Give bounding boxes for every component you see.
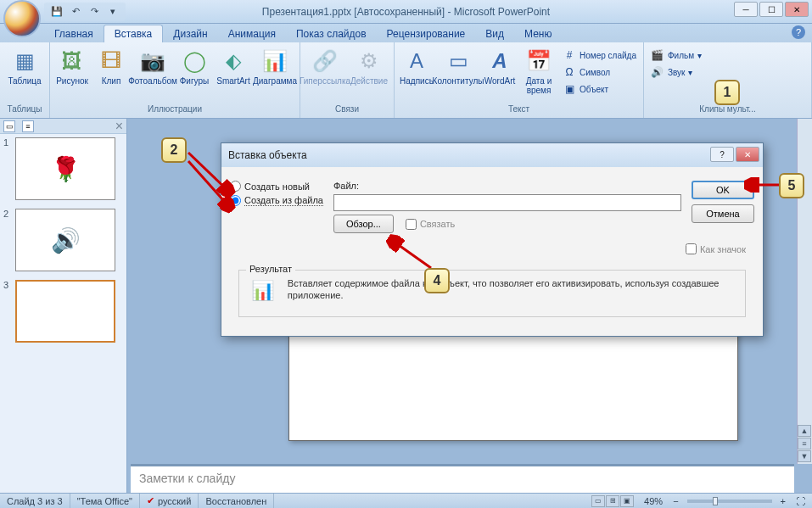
textbox-button[interactable]: AНадпись <box>398 44 435 86</box>
close-button[interactable]: ✕ <box>785 2 809 17</box>
clip-icon: 🎞 <box>98 47 125 75</box>
link-checkbox-input[interactable] <box>406 219 417 230</box>
slideshow-view-button[interactable]: ▣ <box>620 495 634 507</box>
symbol-icon: Ω <box>563 65 576 79</box>
help-icon[interactable]: ? <box>792 25 805 39</box>
action-label: Действие <box>350 76 388 86</box>
smartart-button[interactable]: ⬖SmartArt <box>215 44 252 86</box>
group-label-tables: Таблицы <box>3 104 46 116</box>
qat-more-icon[interactable]: ▾ <box>105 4 120 20</box>
browse-button[interactable]: Обзор... <box>333 215 394 233</box>
movie-icon: 🎬 <box>651 48 664 62</box>
wordart-button[interactable]: AWordArt <box>481 44 518 86</box>
fit-to-window-button[interactable]: ⛶ <box>789 496 812 506</box>
tab-menu[interactable]: Меню <box>514 25 562 42</box>
clip-button[interactable]: 🎞Клип <box>92 44 130 86</box>
headerfooter-label: Колонтитулы <box>433 76 484 86</box>
tab-animation[interactable]: Анимация <box>218 25 286 42</box>
slidenumber-label: Номер слайда <box>580 51 636 60</box>
file-path-input[interactable] <box>333 194 681 211</box>
office-button[interactable] <box>3 0 41 37</box>
zoom-out-button[interactable]: − <box>669 496 681 506</box>
group-text: AНадпись ▭Колонтитулы AWordArt 📅Дата и в… <box>395 42 644 118</box>
tab-view[interactable]: Вид <box>475 25 514 42</box>
dialog-titlebar[interactable]: Вставка объекта ? ✕ <box>221 143 763 167</box>
slides-tab-icon[interactable]: ▭ <box>3 120 15 132</box>
zoom-in-button[interactable]: + <box>777 496 789 506</box>
slidenumber-button[interactable]: #Номер слайда <box>559 47 640 63</box>
object-button[interactable]: ▣Объект <box>559 81 640 97</box>
tab-design[interactable]: Дизайн <box>163 25 217 42</box>
vertical-scrollbar[interactable]: ▲ ≡ ▼ <box>797 119 812 464</box>
slide-thumbnails: 1 🌹 2 🔊 3 <box>0 134 126 493</box>
movie-button[interactable]: 🎬Фильм ▾ <box>647 47 705 63</box>
ok-button[interactable]: OK <box>692 181 754 199</box>
slide-thumbnail-3[interactable]: 3 <box>3 280 123 343</box>
slide-num: 1 <box>3 137 12 200</box>
hyperlink-button: 🔗Гиперссылка <box>304 44 346 86</box>
result-icon: 📊 <box>248 277 277 304</box>
outline-tab-icon[interactable]: ≡ <box>22 120 34 132</box>
headerfooter-button[interactable]: ▭Колонтитулы <box>437 44 479 86</box>
as-icon-checkbox-input[interactable] <box>686 243 697 254</box>
table-button[interactable]: ▦ Таблица <box>3 44 46 86</box>
chart-label: Диаграмма <box>253 76 297 86</box>
sorter-view-button[interactable]: ⊞ <box>606 495 619 507</box>
slide-selector-button[interactable]: ≡ <box>798 438 811 449</box>
sound-button[interactable]: 🔊Звук ▾ <box>647 64 705 80</box>
textbox-label: Надпись <box>400 76 434 86</box>
quick-access-toolbar: 💾 ↶ ↷ ▾ <box>44 3 126 21</box>
slide-thumbnail-1[interactable]: 1 🌹 <box>3 137 123 200</box>
radio-create-from-file[interactable]: Создать из файла <box>230 195 323 206</box>
radio-create-new-label: Создать новый <box>244 181 310 192</box>
callout-2: 2 <box>161 137 187 163</box>
maximize-button[interactable]: ☐ <box>759 2 783 17</box>
prev-slide-button[interactable]: ▲ <box>798 425 811 437</box>
link-checkbox[interactable]: Связать <box>406 219 455 230</box>
dialog-close-button[interactable]: ✕ <box>736 147 759 162</box>
title-bar: 💾 ↶ ↷ ▾ Презентация1.pptx [Автосохраненн… <box>0 0 812 24</box>
zoom-percent[interactable]: 49% <box>637 496 669 506</box>
ribbon-tabs: Главная Вставка Дизайн Анимация Показ сл… <box>0 24 812 42</box>
tab-slideshow[interactable]: Показ слайдов <box>286 25 377 42</box>
status-language[interactable]: ✔русский <box>140 494 199 508</box>
normal-view-button[interactable]: ▭ <box>591 495 605 507</box>
photoalbum-button[interactable]: 📷Фотоальбом <box>132 44 174 86</box>
group-label-illustrations: Иллюстрации <box>53 104 296 116</box>
action-icon: ⚙ <box>356 47 383 75</box>
tab-home[interactable]: Главная <box>44 25 104 42</box>
textbox-icon: A <box>403 47 430 75</box>
symbol-button[interactable]: ΩСимвол <box>559 64 640 80</box>
next-slide-button[interactable]: ▼ <box>798 450 811 462</box>
dialog-help-button[interactable]: ? <box>710 147 734 162</box>
sound-label: Звук <box>668 68 686 77</box>
close-panel-icon[interactable]: × <box>115 119 123 134</box>
tab-insert[interactable]: Вставка <box>104 25 164 42</box>
radio-create-from-file-label: Создать из файла <box>244 195 323 206</box>
result-text: Вставляет содержимое файла как объект, ч… <box>288 277 736 301</box>
tab-review[interactable]: Рецензирование <box>377 25 476 42</box>
minimize-button[interactable]: ─ <box>734 2 758 17</box>
slide-thumbnail-2[interactable]: 2 🔊 <box>3 209 123 271</box>
save-icon[interactable]: 💾 <box>49 4 64 20</box>
undo-icon[interactable]: ↶ <box>68 4 83 20</box>
redo-icon[interactable]: ↷ <box>87 4 102 20</box>
datetime-button[interactable]: 📅Дата и время <box>520 44 557 95</box>
headerfooter-icon: ▭ <box>445 47 472 75</box>
callout-5: 5 <box>779 173 804 198</box>
radio-create-new-input[interactable] <box>230 181 241 192</box>
chart-button[interactable]: 📊Диаграмма <box>254 44 296 86</box>
photoalbum-label: Фотоальбом <box>128 76 177 86</box>
zoom-slider-thumb[interactable] <box>713 497 718 505</box>
as-icon-checkbox[interactable]: Как значок <box>686 243 746 254</box>
notes-pane[interactable]: Заметки к слайду <box>131 464 794 493</box>
hyperlink-icon: 🔗 <box>311 47 339 75</box>
zoom-slider[interactable] <box>687 500 772 503</box>
picture-button[interactable]: 🖼Рисунок <box>53 44 91 86</box>
radio-create-from-file-input[interactable] <box>230 195 241 206</box>
object-label: Объект <box>580 85 608 94</box>
radio-create-new[interactable]: Создать новый <box>230 181 323 192</box>
cancel-button[interactable]: Отмена <box>692 204 754 223</box>
slide-thumb-image: 🌹 <box>15 137 115 200</box>
shapes-button[interactable]: ◯Фигуры <box>176 44 213 86</box>
